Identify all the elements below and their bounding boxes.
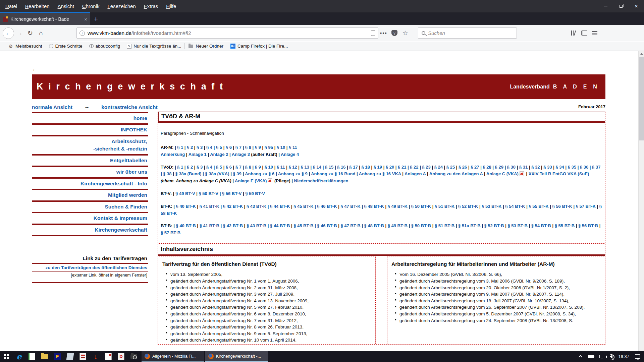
paragraph-link[interactable]: Anmerkung: [161, 152, 185, 157]
paragraph-link[interactable]: Anhang zu § 6: [245, 171, 274, 176]
paragraph-link[interactable]: § 52 BT-K: [458, 204, 478, 209]
paragraph-link[interactable]: § 4: [206, 145, 212, 150]
f-app-icon[interactable]: F: [51, 351, 64, 362]
url-bar[interactable]: i www.vkm-baden.de/infothek/tvoedarm.htm…: [76, 27, 378, 39]
paragraph-link[interactable]: Anlage C (VKA): [486, 171, 519, 176]
paragraph-link[interactable]: § 46 BT-K: [317, 204, 337, 209]
paragraph-link[interactable]: § 49 BT-B: [388, 223, 408, 228]
taskbar-window-button[interactable]: Kirchengewerkschaft -...: [205, 351, 268, 362]
paragraph-link[interactable]: § 13: [301, 165, 309, 170]
search-bar[interactable]: Suchen: [418, 27, 517, 39]
paragraph-link[interactable]: § 7: [235, 145, 241, 150]
paragraph-link[interactable]: Anlage 2: [210, 152, 228, 157]
minimize-button[interactable]: [598, 0, 613, 12]
paragraph-link[interactable]: § 6: [226, 165, 232, 170]
paragraph-link[interactable]: § 55 BT-K: [529, 204, 548, 209]
print-app-icon[interactable]: [76, 351, 89, 362]
sidebar-item-entgelttabellen[interactable]: Entgelttabellen: [32, 156, 148, 166]
paragraph-link[interactable]: § 38a (Bund): [175, 171, 201, 176]
paragraph-link[interactable]: § 54 BT-B: [531, 223, 551, 228]
paragraph-link[interactable]: § 43 BT-B: [247, 223, 266, 228]
d-app-icon[interactable]: D: [115, 351, 127, 362]
paragraph-link[interactable]: § 19: [374, 165, 382, 170]
paragraph-link[interactable]: Anlage 1: [189, 152, 207, 157]
paragraph-link[interactable]: § 17: [349, 165, 358, 170]
paragraph-link[interactable]: Anhang zu § 9: [278, 171, 308, 176]
paragraph-link[interactable]: § 41 BT-K: [200, 204, 219, 209]
paragraph-link[interactable]: § 20: [386, 165, 394, 170]
paragraph-link[interactable]: XXIV Teil B EntGO VKA (SuE): [529, 171, 589, 176]
paragraph-link[interactable]: § 30: [507, 165, 516, 170]
paragraph-link[interactable]: § 29: [495, 165, 503, 170]
paragraph-link[interactable]: § 35: [568, 165, 576, 170]
normal-view-link[interactable]: normale Ansicht: [32, 104, 72, 110]
paragraph-link[interactable]: § 28: [483, 165, 491, 170]
forward-button[interactable]: →: [14, 28, 25, 39]
menu-item-extras[interactable]: Extras: [141, 2, 162, 10]
page-actions-button[interactable]: •••: [378, 28, 389, 39]
paragraph-link[interactable]: § 51 BT-B: [435, 223, 454, 228]
paragraph-link[interactable]: § 50 BT-B: [411, 223, 431, 228]
file-explorer-icon[interactable]: [38, 351, 51, 362]
paragraph-link[interactable]: § 56 BT-B: [578, 223, 598, 228]
paragraph-link[interactable]: § 11: [277, 165, 285, 170]
paragraph-link[interactable]: § 9: [255, 165, 261, 170]
restore-button[interactable]: [613, 0, 629, 12]
menu-item-bearbeiten[interactable]: Bearbeiten: [22, 2, 53, 10]
paragraph-link[interactable]: § 1: [177, 165, 183, 170]
scrollbar-up-arrow[interactable]: [639, 51, 644, 56]
paragraph-link[interactable]: § 12: [288, 165, 297, 170]
sidebar-item-kirchengewerkschaft[interactable]: Kirchengewerkschaft - Info: [32, 179, 148, 189]
bookmark-item[interactable]: about:config: [86, 42, 124, 51]
paragraph-link[interactable]: § 2: [187, 165, 193, 170]
site-info-icon[interactable]: i: [79, 31, 85, 36]
taskbar-clock[interactable]: 19:37: [618, 354, 629, 359]
pdf-icon[interactable]: [520, 171, 524, 176]
paragraph-link[interactable]: § 15: [325, 165, 333, 170]
download-arrow-icon[interactable]: ↓: [89, 351, 102, 362]
sidebar-item-infothek[interactable]: INFOTHEK: [32, 125, 148, 135]
speaker-icon[interactable]: [610, 355, 612, 359]
paragraph-link[interactable]: Anlage E (VKA): [235, 178, 267, 183]
pocket-button[interactable]: v: [389, 28, 400, 39]
paragraph-link[interactable]: § 37: [592, 165, 600, 170]
paragraph-link[interactable]: § 21: [398, 165, 406, 170]
paragraph-link[interactable]: § 55 BT-B: [555, 223, 575, 228]
paragraph-link[interactable]: § 41 BT-B: [200, 223, 219, 228]
paragraph-link[interactable]: § 39: [233, 171, 241, 176]
paragraph-link[interactable]: § 34: [556, 165, 564, 170]
paragraph-link[interactable]: § 47 BT-K: [340, 204, 360, 209]
paragraph-link[interactable]: Anlage 3: [232, 152, 250, 157]
back-button[interactable]: ←: [3, 27, 14, 39]
paragraph-link[interactable]: § 42 BT-B: [223, 223, 243, 228]
notes-icon[interactable]: [64, 351, 76, 362]
close-button[interactable]: ×: [629, 0, 644, 12]
paragraph-link[interactable]: § 2: [187, 145, 193, 150]
paragraph-link[interactable]: § 45 BT-B: [293, 223, 313, 228]
paragraph-link[interactable]: § 57 BT-B: [161, 230, 180, 235]
paragraph-link[interactable]: § 59 BT-V: [245, 191, 265, 196]
reader-mode-icon[interactable]: [371, 31, 375, 36]
paragraph-link[interactable]: § 11: [289, 145, 297, 150]
paragraph-link[interactable]: § 6: [226, 145, 232, 150]
menu-hamburger-icon[interactable]: [592, 31, 597, 32]
paragraph-link[interactable]: § 56 BT-K: [552, 204, 572, 209]
sidebar-item-home[interactable]: home: [32, 113, 148, 123]
paragraph-link[interactable]: Anlage 4: [281, 152, 299, 157]
paragraph-link[interactable]: § 54 BT-K: [505, 204, 525, 209]
paragraph-link[interactable]: § 50 BT-K: [411, 204, 431, 209]
action-center-icon[interactable]: [635, 354, 640, 359]
paragraph-link[interactable]: § 42 BT-K: [223, 204, 243, 209]
paragraph-link[interactable]: § 53 BT-B: [508, 223, 528, 228]
bookmark-item[interactable]: Neuer Ordner: [185, 42, 227, 51]
paragraph-link[interactable]: § 50 BT-V: [199, 191, 219, 196]
paragraph-link[interactable]: Niederschriftserklärungen: [294, 178, 348, 183]
paragraph-link[interactable]: § 49 BT-K: [388, 204, 408, 209]
paragraph-link[interactable]: § 5: [216, 145, 222, 150]
sidebar-item-kirchengewerkschaft[interactable]: Kirchengewerkschaft: [32, 225, 148, 235]
paragraph-link[interactable]: § 52 BT-B: [484, 223, 504, 228]
tray-chevron-up-icon[interactable]: [579, 355, 582, 359]
bookmark-item[interactable]: ✎Nur die Textgrösse än...: [123, 42, 184, 51]
paragraph-link[interactable]: § 40 BT-B: [176, 223, 196, 228]
paragraph-link[interactable]: § 3: [197, 165, 203, 170]
